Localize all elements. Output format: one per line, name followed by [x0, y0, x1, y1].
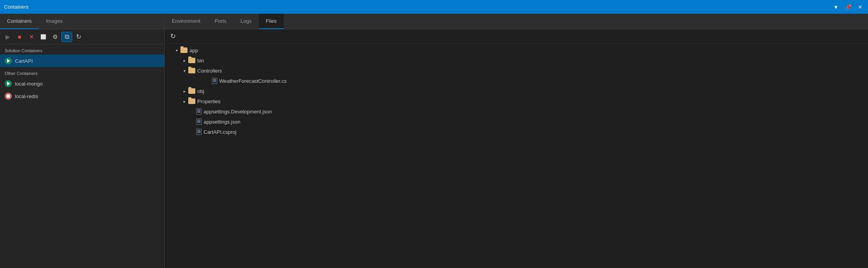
tree-label-app: app	[189, 47, 198, 53]
stop-button[interactable]: ■	[14, 32, 25, 42]
local-redis-status-icon	[5, 93, 12, 100]
container-item-local-mongo[interactable]: local-mongo	[0, 77, 164, 90]
folder-icon-bin	[188, 58, 195, 63]
file-icon-weatherforecast	[212, 78, 217, 84]
tree-item-properties[interactable]: Properties	[165, 96, 868, 106]
refresh-right-button[interactable]: ↻	[168, 32, 178, 41]
folder-icon-properties	[188, 98, 195, 104]
right-panel: Environment Ports Logs Files ↻	[165, 14, 868, 268]
tree-label-obj: obj	[197, 88, 204, 94]
container-item-local-redis[interactable]: local-redis	[0, 90, 164, 102]
title-bar-left: Containers	[4, 4, 29, 10]
tree-item-bin[interactable]: bin	[165, 55, 868, 66]
tab-logs[interactable]: Logs	[233, 14, 258, 29]
terminal-button[interactable]: ⬜	[38, 32, 49, 42]
remove-button[interactable]: ✕	[26, 32, 37, 42]
play-icon	[7, 59, 10, 63]
local-mongo-status-icon	[5, 80, 12, 87]
tree-arrow-app[interactable]	[173, 48, 180, 53]
folder-icon-app	[180, 47, 187, 53]
left-toolbar: ▶ ■ ✕ ⬜ ⚙ ⧉ ↻	[0, 29, 164, 44]
folder-icon-controllers	[188, 68, 195, 73]
file-icon-appsettings	[196, 119, 202, 125]
stop-icon	[7, 95, 10, 98]
tree-arrow-bin[interactable]	[180, 58, 188, 63]
tree-item-cartapi-csproj[interactable]: CartAPI.csproj	[165, 127, 868, 137]
tree-label-appsettings-dev: appsettings.Development.json	[204, 109, 272, 115]
tree-item-appsettings[interactable]: appsettings.json	[165, 117, 868, 127]
tree-label-appsettings: appsettings.json	[204, 119, 240, 125]
folder-icon-obj	[188, 88, 195, 94]
tree-item-app[interactable]: app	[165, 45, 868, 55]
tree-arrow-obj[interactable]	[180, 89, 188, 93]
tab-containers[interactable]: Containers	[0, 14, 39, 29]
tree-label-controllers: Controllers	[197, 68, 222, 74]
pin-button[interactable]: 📌	[843, 3, 853, 11]
cartapi-status-icon	[5, 57, 12, 64]
tree-arrow-properties[interactable]	[180, 99, 188, 104]
left-panel: Containers Images ▶ ■ ✕ ⬜ ⚙ ⧉ ↻ Solution…	[0, 14, 165, 268]
close-button[interactable]: ✕	[856, 3, 864, 11]
tree-item-controllers[interactable]: Controllers	[165, 66, 868, 76]
local-redis-label: local-redis	[15, 93, 38, 99]
local-mongo-label: local-mongo	[15, 81, 43, 87]
tab-images[interactable]: Images	[39, 14, 70, 29]
file-icon-appsettings-dev	[196, 108, 202, 115]
tree-item-obj[interactable]: obj	[165, 86, 868, 96]
window-title: Containers	[4, 4, 29, 10]
start-button[interactable]: ▶	[2, 32, 13, 42]
tree-item-weatherforecast[interactable]: WeatherForecastController.cs	[165, 76, 868, 86]
other-containers-label: Other Containers	[0, 67, 164, 77]
title-bar: Containers ▼ 📌 ✕	[0, 0, 868, 14]
tree-item-appsettings-dev[interactable]: appsettings.Development.json	[165, 106, 868, 117]
title-bar-controls: ▼ 📌 ✕	[832, 3, 864, 11]
tree-label-bin: bin	[197, 58, 204, 64]
main-content: Containers Images ▶ ■ ✕ ⬜ ⚙ ⧉ ↻ Solution…	[0, 14, 868, 268]
refresh-left-button[interactable]: ↻	[73, 32, 84, 42]
settings-button[interactable]: ⚙	[49, 32, 60, 42]
right-toolbar: ↻	[165, 29, 868, 44]
cartapi-label: CartAPI	[15, 58, 33, 64]
tab-files[interactable]: Files	[259, 14, 284, 29]
right-tabs-row: Environment Ports Logs Files	[165, 14, 868, 29]
tree-arrow-controllers[interactable]	[180, 69, 188, 73]
browse-button[interactable]: ⧉	[61, 32, 72, 42]
containers-window: Containers ▼ 📌 ✕ Containers Images ▶ ■	[0, 0, 868, 268]
dropdown-button[interactable]: ▼	[832, 3, 840, 11]
file-tree: app bin Controllers	[165, 44, 868, 268]
tab-ports[interactable]: Ports	[207, 14, 233, 29]
tree-label-weatherforecast: WeatherForecastController.cs	[219, 78, 287, 84]
tree-label-cartapi-csproj: CartAPI.csproj	[204, 129, 237, 135]
play-icon	[7, 82, 10, 86]
left-tabs-row: Containers Images	[0, 14, 164, 29]
file-icon-cartapi-csproj	[196, 129, 202, 135]
tab-environment[interactable]: Environment	[165, 14, 207, 29]
tree-label-properties: Properties	[197, 98, 220, 104]
solution-containers-label: Solution Containers	[0, 44, 164, 55]
container-item-cartapi[interactable]: CartAPI	[0, 55, 164, 67]
